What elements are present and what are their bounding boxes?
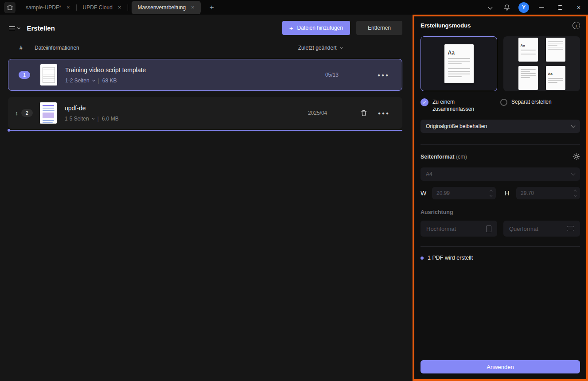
column-modified-label: Zuletzt geändert (298, 45, 337, 51)
page-range[interactable]: 1-5 Seiten (65, 116, 89, 122)
file-info: Training video script template 1-2 Seite… (65, 66, 146, 84)
portrait-icon (486, 225, 491, 232)
chevron-down-icon (340, 46, 343, 48)
height-stepper[interactable] (574, 187, 576, 199)
portrait-label: Hochformat (426, 225, 456, 232)
size-mode-dropdown[interactable]: Originalgröße beibehalten (421, 120, 580, 133)
column-index: # (8, 45, 29, 51)
file-size: 68 KB (102, 78, 117, 84)
sort-last-modified[interactable]: Zuletzt geändert (298, 45, 342, 51)
info-icon[interactable]: i (572, 22, 580, 29)
radio-unchecked-icon (500, 99, 507, 106)
multi-document-preview: Aa Aa (518, 38, 565, 90)
titlebar-right: Y × (482, 0, 588, 15)
tab-close-icon[interactable]: × (66, 4, 70, 11)
width-field-wrap (432, 187, 496, 199)
width-label: W (421, 190, 428, 197)
remove-button[interactable]: Entfernen (356, 21, 402, 35)
more-options-icon[interactable]: ●●● (378, 111, 390, 116)
combine-mode-card[interactable]: Aa (421, 36, 497, 91)
file-info: updf-de 1-5 Seiten | 6.0 MB (65, 105, 119, 122)
landscape-label: Querformat (509, 225, 538, 232)
landscape-icon (567, 226, 574, 231)
dropdown-chevron-button[interactable] (482, 0, 498, 15)
gear-icon (572, 153, 580, 160)
row-index-area: ↕ 2 (8, 109, 40, 117)
section-divider (421, 246, 580, 247)
creation-mode-cards: Aa Aa Aa (421, 36, 580, 91)
add-files-button[interactable]: + Dateien hinzufügen (282, 21, 350, 35)
tab-close-icon[interactable]: × (191, 4, 195, 11)
single-document-preview: Aa (444, 44, 474, 83)
landscape-button[interactable]: Querformat (503, 221, 580, 237)
portrait-button[interactable]: Hochformat (421, 221, 497, 237)
trash-icon (360, 109, 367, 117)
account-button[interactable]: Y (515, 0, 532, 15)
width-stepper[interactable] (490, 187, 492, 199)
file-row[interactable]: ↕ 2 updf-de 1-5 Seiten | 6.0 MB (8, 97, 402, 129)
dimensions-row: W H (421, 187, 580, 199)
list-column-header: # Dateiinformationen Zuletzt geändert (8, 41, 402, 54)
delete-button[interactable] (360, 109, 367, 117)
status-text: 1 PDF wird erstellt (428, 255, 473, 261)
tab-updf-cloud[interactable]: UPDF Cloud × (77, 0, 128, 15)
menu-button[interactable] (9, 26, 20, 30)
combine-label: Zu einem zusammenfassen (432, 98, 487, 113)
status-dot-icon (421, 257, 424, 260)
row-actions: ●●● (360, 109, 390, 117)
maximize-button[interactable] (551, 0, 569, 15)
close-button[interactable]: × (569, 0, 588, 15)
add-files-label: Dateien hinzufügen (297, 25, 343, 31)
minimize-button[interactable] (532, 0, 551, 15)
file-meta: 1-5 Seiten | 6.0 MB (65, 116, 119, 122)
panel-header: Erstellungsmodus i (421, 22, 580, 29)
main-content: Erstellen + Dateien hinzufügen Entfernen… (0, 15, 588, 381)
row-index-area: 1 (8, 71, 40, 79)
file-row[interactable]: 1 Training video script template 1-2 Sei… (8, 59, 402, 91)
file-name: Training video script template (65, 66, 146, 74)
more-options-icon[interactable]: ●●● (378, 73, 389, 78)
file-meta: 1-2 Seiten | 68 KB (65, 78, 146, 84)
height-input[interactable] (516, 187, 580, 199)
separate-radio[interactable]: Separat erstellen (500, 98, 580, 113)
file-size: 6.0 MB (102, 116, 119, 122)
tab-label: sample-UPDF* (26, 4, 61, 11)
height-field-wrap (516, 187, 580, 199)
tab-sample-updf[interactable]: sample-UPDF* × (19, 0, 76, 15)
home-button[interactable] (0, 0, 19, 15)
file-list-pane: Erstellen + Dateien hinzufügen Entfernen… (0, 15, 413, 381)
last-modified: 2025/04 (308, 110, 360, 116)
index-badge: 2 (21, 109, 33, 117)
paper-size-value: A4 (426, 171, 432, 177)
apply-button[interactable]: Anwenden (421, 360, 580, 373)
page-format-unit: (cm) (456, 154, 467, 160)
panel-title: Erstellungsmodus (421, 22, 471, 29)
tab-massenverarbeitung[interactable]: Massenverarbeitung × (132, 1, 201, 14)
tab-label: UPDF Cloud (83, 4, 113, 11)
column-fileinfo: Dateiinformationen (35, 45, 79, 51)
orientation-buttons: Hochformat Querformat (421, 221, 580, 237)
file-thumbnail (40, 102, 57, 124)
last-modified: 05/13 (325, 72, 378, 78)
page-range[interactable]: 1-2 Seiten (65, 78, 90, 84)
tab-close-icon[interactable]: × (118, 4, 121, 11)
chevron-down-icon (92, 78, 95, 82)
new-tab-button[interactable]: + (204, 3, 219, 12)
index-badge: 1 (19, 71, 30, 79)
combine-radio[interactable]: ✓ Zu einem zusammenfassen (421, 98, 500, 113)
notifications-button[interactable] (498, 0, 515, 15)
spreadsheet-preview (43, 67, 55, 83)
file-list-header: Erstellen + Dateien hinzufügen Entfernen (9, 18, 402, 38)
meta-separator: | (98, 78, 99, 84)
size-mode-value: Originalgröße beibehalten (426, 123, 487, 129)
separate-label: Separat erstellen (511, 98, 552, 105)
radio-checked-icon: ✓ (421, 98, 428, 106)
paper-size-dropdown[interactable]: A4 (421, 167, 580, 181)
drag-handle-icon[interactable]: ↕ (15, 110, 18, 117)
file-name: updf-de (65, 105, 119, 112)
hamburger-icon (9, 26, 15, 30)
separate-mode-card[interactable]: Aa Aa (503, 36, 580, 91)
width-input[interactable] (432, 187, 496, 199)
settings-button[interactable] (572, 153, 580, 160)
page-title: Erstellen (27, 24, 55, 32)
